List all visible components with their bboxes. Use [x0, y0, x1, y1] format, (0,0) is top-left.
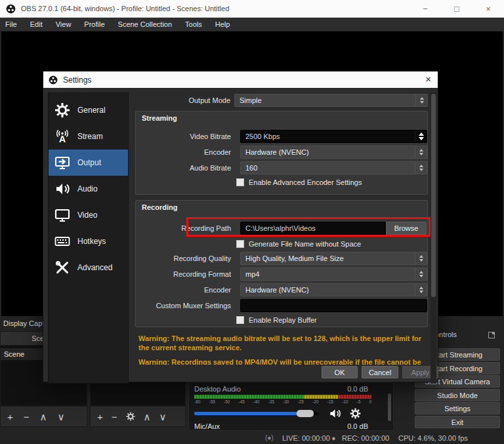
move-scene-up-icon[interactable]: ∧	[40, 412, 47, 422]
monitor-icon	[54, 207, 70, 223]
recording-path-row: Recording Path C:\Users\alphr\Videos Bro…	[136, 222, 427, 235]
monitor-arrow-icon	[54, 155, 70, 171]
recording-path-input[interactable]: C:\Users\alphr\Videos	[240, 222, 386, 235]
mic-aux-level: 0.0 dB	[347, 422, 368, 430]
sidebar-item-general[interactable]: General	[49, 97, 128, 123]
video-bitrate-value: 2500 Kbps	[245, 132, 280, 140]
recording-encoder-row: Encoder Hardware (NVENC)	[136, 283, 427, 296]
stream-encoder-value: Hardware (NVENC)	[245, 148, 309, 156]
recording-quality-select[interactable]: High Quality, Medium File Size	[240, 252, 427, 265]
recording-format-select[interactable]: mp4	[240, 268, 427, 281]
custom-muxer-row: Custom Muxer Settings	[136, 299, 427, 312]
audio-bitrate-select[interactable]: 160	[240, 161, 427, 174]
menu-profile[interactable]: Profile	[77, 20, 111, 28]
exit-button[interactable]: Exit	[415, 416, 500, 428]
add-source-icon[interactable]: +	[97, 412, 103, 422]
close-button[interactable]: ×	[472, 0, 504, 17]
stream-encoder-select[interactable]: Hardware (NVENC)	[240, 146, 427, 159]
spinner-icon[interactable]	[415, 146, 427, 158]
broadcast-icon: (●)	[265, 434, 274, 441]
ok-button[interactable]: OK	[322, 366, 358, 378]
recording-encoder-select[interactable]: Hardware (NVENC)	[240, 283, 427, 296]
audio-bitrate-row: Audio Bitrate 160	[136, 161, 427, 174]
recording-group: Recording Recording Path C:\Users\alphr\…	[135, 200, 428, 327]
mixer-gear-icon[interactable]	[350, 408, 361, 419]
window-titlebar: OBS 27.0.1 (64-bit, windows) - Profile: …	[0, 0, 504, 18]
sidebar-item-audio[interactable]: Audio	[49, 176, 128, 202]
desktop-audio-row: Desktop Audio 0.0 dB	[189, 383, 393, 393]
volume-slider-handle[interactable]	[297, 410, 314, 417]
studio-mode-button[interactable]: Studio Mode	[415, 389, 500, 401]
menu-scene-collection[interactable]: Scene Collection	[112, 20, 179, 28]
dialog-close-icon[interactable]: ×	[425, 73, 431, 85]
cancel-button[interactable]: Cancel	[362, 366, 398, 378]
recording-quality-value: High Quality, Medium File Size	[245, 254, 344, 262]
menu-help[interactable]: Help	[209, 20, 237, 28]
dock-options-icon[interactable]	[488, 332, 495, 338]
replay-buffer-checkbox[interactable]	[236, 316, 244, 324]
output-mode-select[interactable]: Simple	[234, 94, 428, 107]
move-scene-down-icon[interactable]: ∨	[58, 412, 65, 422]
obs-logo-icon	[6, 4, 16, 14]
spinner-icon[interactable]	[415, 94, 427, 106]
tick-label: -5	[357, 399, 361, 404]
custom-muxer-input[interactable]	[240, 299, 427, 312]
video-bitrate-input[interactable]: 2500 Kbps	[240, 130, 427, 143]
menu-edit[interactable]: Edit	[24, 20, 49, 28]
remove-source-icon[interactable]: −	[112, 412, 117, 422]
tick-label: -55	[209, 399, 215, 404]
spinner-icon[interactable]	[415, 162, 427, 174]
spinner-icon[interactable]	[415, 268, 427, 280]
sidebar-item-output[interactable]: Output	[49, 150, 128, 176]
mixer-icons	[329, 407, 361, 420]
tick-label: -35	[268, 399, 274, 404]
advanced-encoder-checkbox[interactable]	[236, 178, 244, 186]
speaker-icon[interactable]	[329, 407, 341, 420]
video-bitrate-row: Video Bitrate 2500 Kbps	[136, 130, 427, 143]
dialog-scrollbar[interactable]	[430, 92, 436, 384]
spinner-icon[interactable]	[415, 284, 427, 296]
remove-scene-icon[interactable]: −	[24, 412, 30, 422]
menu-bar: File Edit View Profile Scene Collection …	[0, 18, 504, 31]
menu-tools[interactable]: Tools	[178, 20, 209, 28]
recording-path-value: C:\Users\alphr\Videos	[245, 224, 316, 232]
output-mode-row: Output Mode Simple	[135, 94, 428, 107]
sidebar-item-video[interactable]: Video	[49, 202, 128, 228]
sidebar-label: Output	[77, 158, 101, 167]
audio-bitrate-label: Audio Bitrate	[136, 164, 235, 172]
streaming-group: Streaming Video Bitrate 2500 Kbps Encode…	[135, 111, 428, 195]
sidebar-item-hotkeys[interactable]: Hotkeys	[49, 228, 128, 254]
video-bitrate-label: Video Bitrate	[136, 132, 235, 140]
mixer-scrollbar[interactable]	[388, 394, 391, 421]
sidebar-item-advanced[interactable]: Advanced	[49, 254, 128, 281]
settings-dialog: Settings × General A	[43, 71, 438, 382]
settings-dialog-titlebar: Settings ×	[43, 71, 438, 88]
menu-file[interactable]: File	[0, 20, 24, 28]
volume-slider-row	[194, 407, 388, 419]
scrollbar-thumb[interactable]	[431, 94, 436, 297]
scenes-toolbar: + − ∧ ∨	[0, 406, 87, 427]
menu-view[interactable]: View	[49, 20, 78, 28]
sidebar-label: General	[77, 106, 106, 115]
live-timer: LIVE: 00:00:00	[282, 434, 330, 442]
spinner-icon[interactable]	[415, 131, 427, 142]
browse-button[interactable]: Browse	[386, 222, 427, 235]
spinner-icon[interactable]	[415, 252, 427, 264]
source-properties-gear-icon[interactable]	[126, 412, 135, 421]
sidebar-item-stream[interactable]: A Stream	[49, 123, 128, 150]
sidebar-label: Video	[77, 211, 97, 220]
minimize-button[interactable]: −	[410, 0, 441, 17]
move-source-down-icon[interactable]: ∨	[159, 412, 167, 422]
tick-label: -40	[253, 399, 259, 404]
settings-button[interactable]: Settings	[415, 402, 500, 414]
speaker-icon	[54, 181, 70, 197]
advanced-encoder-checkbox-row: Enable Advanced Encoder Settings	[236, 177, 362, 188]
volume-slider[interactable]	[194, 412, 319, 415]
filename-checkbox[interactable]	[236, 240, 244, 248]
maximize-button[interactable]: □	[441, 0, 472, 17]
sources-toolbar: + − ∧ ∨	[90, 406, 186, 427]
add-scene-icon[interactable]: +	[7, 412, 13, 422]
sidebar-label: Advanced	[77, 263, 112, 272]
move-source-up-icon[interactable]: ∧	[144, 412, 151, 422]
replay-buffer-checkbox-label: Enable Replay Buffer	[249, 316, 317, 324]
